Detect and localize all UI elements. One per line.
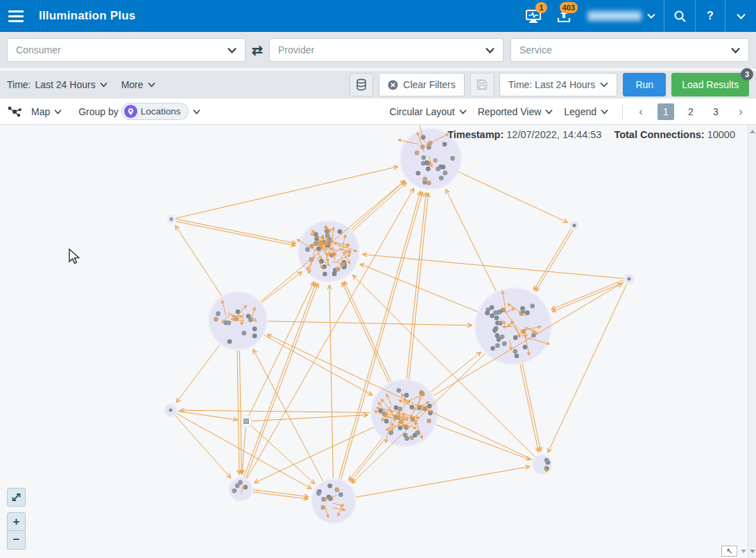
hamburger-menu-button[interactable] — [0, 0, 32, 32]
scroll-up-icon[interactable] — [750, 130, 755, 133]
consumer-filter-select[interactable]: Consumer — [7, 38, 246, 62]
traffic-link[interactable] — [522, 364, 541, 451]
workload-dot — [415, 151, 420, 155]
user-name — [587, 11, 642, 21]
clear-filters-button[interactable]: Clear Filters — [379, 73, 464, 96]
workload-dot — [169, 409, 173, 412]
illumination-map-canvas[interactable]: Timestamp: 12/07/2022, 14:44:53 Total Co… — [0, 125, 756, 558]
traffic-link[interactable] — [252, 415, 368, 421]
more-filters-dropdown[interactable]: More — [117, 76, 160, 93]
workload-dot — [309, 244, 314, 248]
workload-dot — [427, 404, 432, 409]
pointer-tool-dropdown-icon[interactable] — [741, 550, 746, 553]
traffic-link[interactable] — [342, 282, 388, 382]
workload-dot — [531, 332, 536, 337]
workload-dot — [490, 346, 495, 350]
save-filter-button[interactable] — [470, 73, 494, 96]
scroll-down-icon[interactable] — [750, 550, 755, 553]
location-cluster[interactable] — [311, 479, 356, 523]
traffic-link[interactable] — [459, 172, 567, 222]
header-more-menu-button[interactable] — [725, 0, 756, 32]
traffic-link[interactable] — [353, 183, 406, 231]
traffic-link[interactable] — [239, 350, 241, 474]
workload-dot — [522, 345, 527, 350]
traffic-link[interactable] — [551, 280, 624, 309]
zoom-out-button[interactable]: − — [7, 531, 26, 550]
traffic-link[interactable] — [349, 439, 382, 480]
page-1-button[interactable]: 1 — [658, 103, 674, 120]
workload-dot — [338, 492, 343, 497]
help-button[interactable]: ? — [696, 0, 725, 32]
traffic-link[interactable] — [406, 193, 426, 380]
chevron-down-icon — [148, 82, 155, 87]
layout-dropdown[interactable]: Circular Layout — [386, 103, 471, 120]
traffic-link[interactable] — [329, 285, 333, 478]
traffic-link[interactable] — [356, 466, 530, 497]
user-menu[interactable] — [579, 0, 664, 32]
page-3-button[interactable]: 3 — [707, 103, 724, 120]
load-results-button[interactable]: Load Results 3 — [671, 73, 749, 96]
prev-page-button[interactable]: ‹ — [633, 103, 649, 120]
traffic-link[interactable] — [436, 425, 530, 459]
group-by-label: Group by — [78, 106, 119, 117]
legend-dropdown[interactable]: Legend — [560, 103, 612, 120]
page-2-button[interactable]: 2 — [682, 103, 699, 120]
pointer-tool-button[interactable]: ↖ — [721, 546, 737, 557]
traffic-link[interactable] — [536, 230, 573, 291]
map-toolbar-left: Map Group by Locations — [7, 103, 205, 120]
traffic-link[interactable] — [176, 219, 295, 244]
map-toolbar-right: Circular Layout Reported View Legend ‹ 1… — [386, 103, 749, 120]
map-mode-dropdown[interactable]: Map — [27, 103, 66, 120]
workload-dot — [628, 278, 631, 281]
workload-dot — [443, 142, 447, 146]
next-page-button[interactable]: › — [732, 103, 749, 120]
total-connections-label: Total Connections: — [614, 129, 704, 140]
zoom-in-button[interactable]: + — [7, 512, 26, 531]
traffic-graph[interactable] — [0, 125, 748, 558]
traffic-link[interactable] — [351, 181, 404, 230]
traffic-link[interactable] — [255, 428, 374, 483]
traffic-link[interactable] — [175, 226, 221, 296]
upload-status-button[interactable]: 403 — [549, 0, 579, 32]
traffic-link[interactable] — [548, 284, 627, 453]
chevron-down-icon — [54, 109, 62, 115]
traffic-link[interactable] — [175, 415, 231, 477]
traffic-link[interactable] — [344, 282, 390, 382]
workload-dot — [496, 310, 501, 315]
traffic-link[interactable] — [237, 350, 239, 474]
workload-dot — [327, 484, 332, 489]
swap-consumer-provider-button[interactable]: ⇄ — [247, 38, 268, 62]
traffic-link[interactable] — [360, 264, 477, 312]
run-button[interactable]: Run — [623, 73, 666, 96]
location-cluster[interactable] — [475, 288, 551, 364]
traffic-link[interactable] — [268, 321, 472, 326]
traffic-link[interactable] — [176, 167, 397, 218]
search-button[interactable] — [664, 0, 695, 32]
group-by-locations-pill[interactable]: Locations — [121, 103, 189, 120]
fit-to-screen-button[interactable] — [7, 488, 26, 507]
traffic-link[interactable] — [520, 364, 539, 452]
traffic-link[interactable] — [176, 221, 295, 246]
vertical-scrollbar[interactable] — [748, 125, 756, 558]
service-placeholder: Service — [519, 44, 552, 56]
view-mode-dropdown[interactable]: Reported View — [474, 103, 558, 120]
traffic-link[interactable] — [176, 344, 220, 402]
workload-dot — [252, 334, 257, 339]
health-monitor-button[interactable]: 1 — [518, 0, 549, 32]
traffic-link[interactable] — [350, 440, 384, 482]
workload-dot — [544, 466, 549, 471]
traffic-link[interactable] — [253, 350, 323, 481]
result-time-dropdown[interactable]: Time: Last 24 Hours — [499, 73, 618, 96]
group-by-dropdown[interactable] — [189, 106, 205, 117]
traffic-link[interactable] — [552, 282, 624, 312]
traffic-link[interactable] — [180, 410, 370, 412]
traffic-link[interactable] — [446, 189, 497, 291]
traffic-link[interactable] — [261, 272, 302, 303]
time-range-dropdown[interactable]: Last 24 Hours — [31, 76, 111, 93]
filter-bar: Consumer ⇄ Provider Service — [0, 32, 756, 69]
service-filter-select[interactable]: Service — [510, 38, 749, 62]
traffic-link[interactable] — [534, 229, 571, 290]
provider-filter-select[interactable]: Provider — [269, 38, 504, 62]
database-button[interactable] — [350, 73, 373, 96]
workload-dot — [232, 489, 237, 493]
